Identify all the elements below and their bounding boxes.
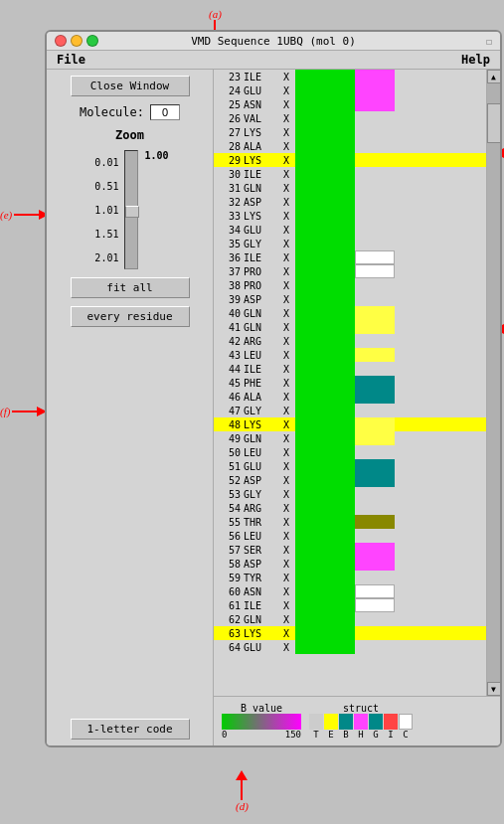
table-row[interactable]: 52 ASP X <box>214 473 486 487</box>
residue-struct <box>355 167 395 181</box>
table-row[interactable]: 44 ILE X <box>214 362 486 376</box>
table-row[interactable]: 48 LYS X <box>214 417 486 431</box>
residue-num: 35 <box>214 239 244 249</box>
maximize-traffic-light[interactable] <box>86 35 98 47</box>
scrollbar-vertical[interactable]: ▲ ▼ <box>486 70 500 696</box>
table-row[interactable]: 42 ARG X <box>214 334 486 348</box>
table-row[interactable]: 61 ILE X <box>214 598 486 612</box>
residue-bvalue <box>295 417 355 431</box>
fit-all-button[interactable]: fit all <box>71 277 190 298</box>
residue-struct <box>355 181 395 195</box>
table-row[interactable]: 40 GLN X <box>214 306 486 320</box>
table-row[interactable]: 25 ASN X <box>214 97 486 111</box>
table-row[interactable]: 59 TYR X <box>214 571 486 584</box>
residue-struct <box>355 83 395 97</box>
traffic-lights <box>55 35 98 47</box>
residue-struct <box>355 139 395 153</box>
residue-bvalue <box>295 111 355 125</box>
table-row[interactable]: 28 ALA X <box>214 139 486 153</box>
table-row[interactable]: 33 LYS X <box>214 209 486 223</box>
table-row[interactable]: 41 GLN X <box>214 320 486 334</box>
residue-struct <box>355 459 395 473</box>
residue-struct <box>355 557 395 571</box>
residue-bvalue <box>295 195 355 209</box>
molecule-label: Molecule: <box>80 105 144 119</box>
table-row[interactable]: 31 GLN X <box>214 181 486 195</box>
table-row[interactable]: 54 ARG X <box>214 501 486 515</box>
table-row[interactable]: 43 LEU X <box>214 348 486 362</box>
table-row[interactable]: 63 LYS X <box>214 626 486 640</box>
residue-num: 28 <box>214 141 244 152</box>
residue-struct <box>355 334 395 348</box>
table-row[interactable]: 55 THR X <box>214 515 486 529</box>
title-bar: VMD Sequence 1UBQ (mol 0) ◻ <box>47 32 500 51</box>
table-row[interactable]: 29 LYS X <box>214 153 486 167</box>
close-traffic-light[interactable] <box>55 35 67 47</box>
resize-icon[interactable]: ◻ <box>486 36 492 47</box>
residue-struct <box>355 195 395 209</box>
scroll-down-button[interactable]: ▼ <box>487 682 501 696</box>
menu-file[interactable]: File <box>55 53 87 67</box>
table-row[interactable]: 32 ASP X <box>214 195 486 209</box>
bvalue-min: 0 <box>222 730 227 740</box>
every-residue-button[interactable]: every residue <box>71 306 190 327</box>
table-row[interactable]: 49 GLN X <box>214 431 486 445</box>
seq-list[interactable]: 23 ILE X 24 GLU X 25 ASN X 26 VAL X 27 L… <box>214 70 486 696</box>
residue-name: ASP <box>244 294 283 305</box>
residue-num: 61 <box>214 600 244 611</box>
scroll-up-button[interactable]: ▲ <box>487 70 501 83</box>
table-row[interactable]: 30 ILE X <box>214 167 486 181</box>
table-row[interactable]: 45 PHE X <box>214 376 486 390</box>
residue-chain: X <box>283 336 295 347</box>
residue-struct <box>355 501 395 515</box>
scroll-thumb[interactable] <box>487 103 501 143</box>
residue-chain: X <box>283 378 295 389</box>
struct-label-C: C <box>399 730 413 740</box>
table-row[interactable]: 36 ILE X <box>214 250 486 264</box>
table-row[interactable]: 50 LEU X <box>214 445 486 459</box>
residue-bvalue <box>295 487 355 501</box>
table-row[interactable]: 64 GLU X <box>214 640 486 654</box>
table-row[interactable]: 39 ASP X <box>214 292 486 306</box>
table-row[interactable]: 37 PRO X <box>214 264 486 278</box>
table-row[interactable]: 24 GLU X <box>214 83 486 97</box>
molecule-input[interactable] <box>150 104 180 120</box>
zoom-slider[interactable] <box>122 150 140 269</box>
table-row[interactable]: 23 ILE X <box>214 70 486 83</box>
table-row[interactable]: 62 GLN X <box>214 612 486 626</box>
table-row[interactable]: 53 GLY X <box>214 487 486 501</box>
table-row[interactable]: 58 ASP X <box>214 557 486 571</box>
table-row[interactable]: 51 GLU X <box>214 459 486 473</box>
residue-struct <box>355 487 395 501</box>
table-row[interactable]: 47 GLY X <box>214 404 486 417</box>
residue-struct <box>355 153 395 167</box>
table-row[interactable]: 57 SER X <box>214 543 486 557</box>
residue-name: ILE <box>244 169 283 180</box>
residue-num: 52 <box>214 475 244 486</box>
table-row[interactable]: 38 PRO X <box>214 278 486 292</box>
residue-bvalue <box>295 529 355 543</box>
residue-struct <box>355 612 395 626</box>
window-title: VMD Sequence 1UBQ (mol 0) <box>191 35 356 48</box>
table-row[interactable]: 60 ASN X <box>214 584 486 598</box>
table-row[interactable]: 35 GLY X <box>214 237 486 250</box>
table-row[interactable]: 46 ALA X <box>214 390 486 404</box>
residue-struct <box>355 376 395 390</box>
residue-bvalue <box>295 278 355 292</box>
residue-num: 31 <box>214 183 244 194</box>
residue-num: 41 <box>214 322 244 333</box>
residue-bvalue <box>295 97 355 111</box>
struct-label: struct <box>343 703 379 714</box>
struct-label-I: I <box>384 730 398 740</box>
menu-help[interactable]: Help <box>459 53 492 67</box>
residue-name: GLN <box>244 308 283 319</box>
table-row[interactable]: 27 LYS X <box>214 125 486 139</box>
table-row[interactable]: 34 GLU X <box>214 223 486 237</box>
one-letter-code-button[interactable]: 1-letter code <box>71 719 190 740</box>
struct-label-T: T <box>309 730 323 740</box>
table-row[interactable]: 56 LEU X <box>214 529 486 543</box>
table-row[interactable]: 26 VAL X <box>214 111 486 125</box>
minimize-traffic-light[interactable] <box>71 35 83 47</box>
close-window-button[interactable]: Close Window <box>71 76 190 96</box>
residue-struct <box>355 264 395 278</box>
